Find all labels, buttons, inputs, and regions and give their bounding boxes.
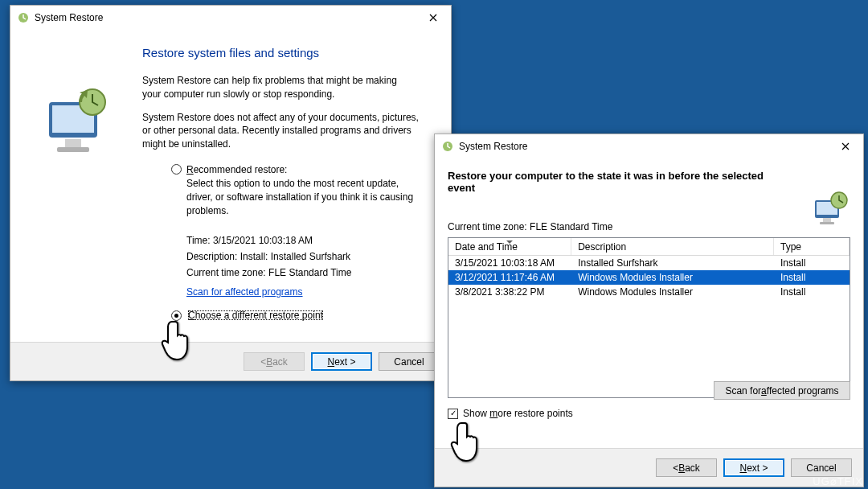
next-button[interactable]: Next > [311,352,372,371]
window-title: System Restore [35,12,103,23]
watermark: UG⌀TFIX [813,475,863,487]
radio-choose-different[interactable]: Choose a different restore point [171,309,432,322]
timezone-label: Current time zone: FLE Standard Time [448,221,850,232]
wizard-footer: < Back Next > Cancel [10,342,451,380]
cell-type: Install [774,256,850,270]
window-body: Restore system files and settings System… [10,30,451,343]
radio-label: Recommended restore: [186,164,287,175]
wizard-footer: < Back Next > Cancel [435,448,863,487]
svg-rect-4 [57,147,89,152]
col-date[interactable]: Date and Time [448,238,571,255]
cell-desc: Windows Modules Installer [571,270,774,285]
window-body: Restore your computer to the state it wa… [435,158,863,450]
page-heading: Restore your computer to the state it wa… [448,170,793,194]
show-more-restore-points[interactable]: ✓ Show more restore points [448,408,850,419]
cell-type: Install [774,285,850,299]
restore-icon [441,140,454,153]
back-button[interactable]: < Back [656,458,717,477]
cell-date: 3/8/2021 3:38:22 PM [448,285,571,299]
cell-date: 3/15/2021 10:03:18 AM [448,256,571,270]
svg-rect-3 [65,139,81,147]
titlebar: System Restore [435,134,863,158]
window-title: System Restore [459,141,527,152]
checkbox-label: Show more restore points [463,408,573,419]
cell-date: 3/12/2021 11:17:46 AM [448,270,571,285]
restore-time: Time: 3/15/2021 10:03:18 AM [186,235,432,246]
close-button[interactable] [415,6,451,30]
table-row[interactable]: 3/15/2021 10:03:18 AMInstalled Surfshark… [448,256,850,270]
intro-text-2: System Restore does not affect any of yo… [142,111,424,151]
cancel-button[interactable]: Cancel [379,352,440,371]
checkbox-icon: ✓ [448,409,458,419]
svg-rect-10 [820,222,834,224]
radio-recommended-restore[interactable]: Recommended restore: [171,164,432,175]
titlebar: System Restore [10,6,451,30]
table-row[interactable]: 3/12/2021 11:17:46 AMWindows Modules Ins… [448,270,850,285]
close-button[interactable] [827,134,863,158]
intro-text-1: System Restore can help fix problems tha… [142,74,407,101]
cancel-button[interactable]: Cancel [791,458,852,477]
radio-icon [171,164,182,175]
scan-affected-link[interactable]: Scan for affected programs [186,286,303,298]
system-restore-wizard-step1: System Restore Restore system files and … [10,5,452,381]
col-description[interactable]: Description [571,238,774,255]
back-button: < Back [244,352,305,371]
restore-description: Description: Install: Installed Surfshar… [186,251,432,262]
next-button[interactable]: Next > [723,458,784,477]
radio-label: Choose a different restore point [186,309,325,322]
restore-icon [17,11,30,24]
table-header: Date and Time Description Type [448,238,850,256]
system-restore-hero-icon [43,86,115,166]
system-restore-wizard-step2: System Restore Restore your computer to … [434,134,864,487]
svg-rect-9 [823,218,831,222]
restore-points-table[interactable]: Date and Time Description Type 3/15/2021… [448,237,850,398]
col-type[interactable]: Type [774,238,850,255]
table-body: 3/15/2021 10:03:18 AMInstalled Surfshark… [448,256,850,299]
system-restore-hero-icon [812,189,850,228]
recommended-desc: Select this option to undo the most rece… [186,177,428,217]
restore-timezone: Current time zone: FLE Standard Time [186,267,432,278]
cell-desc: Installed Surfshark [571,256,774,270]
table-row[interactable]: 3/8/2021 3:38:22 PMWindows Modules Insta… [448,285,850,299]
cell-desc: Windows Modules Installer [571,285,774,299]
scan-affected-button[interactable]: Scan for affected programs [714,381,850,400]
radio-icon [171,310,182,321]
page-heading: Restore system files and settings [142,46,432,60]
cell-type: Install [774,270,850,285]
